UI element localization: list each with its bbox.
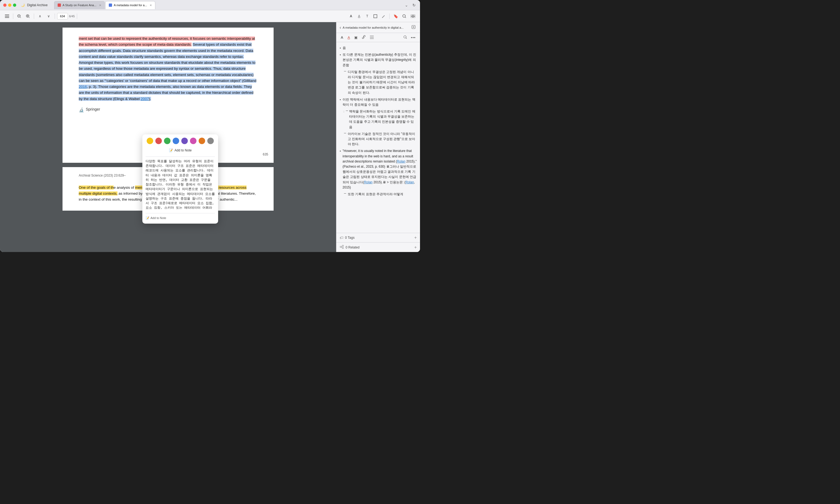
list-item: ● 음: [339, 46, 417, 51]
svg-rect-1: [5, 16, 9, 17]
next-page-btn[interactable]: ∨: [45, 13, 52, 20]
dash-icon: [344, 193, 346, 194]
toolbar: ∧ ∨ 634 6/45 A A T 🔖: [0, 10, 420, 22]
right-sidebar: ‹ A metadata model for authenticity in d…: [336, 22, 420, 252]
format-tools: A A T: [347, 13, 387, 20]
zoom-in-btn[interactable]: [24, 13, 32, 20]
tab2-favicon: [109, 3, 112, 7]
refresh-icon[interactable]: ↻: [412, 2, 417, 8]
sidebar-back-btn[interactable]: ‹: [339, 25, 341, 30]
tab-1[interactable]: A Study on Feature Ana... ✕: [54, 1, 105, 9]
pdf-link-2016[interactable]: 2016: [79, 85, 87, 89]
journal-ref: Archival Science (2023) 23:629–: [79, 174, 126, 177]
close-button[interactable]: [3, 3, 6, 7]
swatch-orange[interactable]: [199, 138, 205, 144]
svg-point-23: [404, 36, 406, 38]
tags-section: 🏷 0 Tags +: [336, 233, 420, 242]
tags-label: 0 Tags: [345, 236, 413, 239]
anno-more-btn[interactable]: •••: [410, 35, 417, 40]
anno-list-btn[interactable]: [369, 35, 375, 40]
related-icon: [339, 245, 344, 250]
traffic-lights: [3, 3, 16, 7]
pdf-highlighted-main: Several types of standards exist that ac…: [79, 42, 256, 83]
app-name: Digital Archive: [27, 3, 48, 7]
bookmark-btn[interactable]: 🔖: [392, 13, 399, 20]
add-tag-btn[interactable]: +: [414, 235, 417, 240]
svg-point-25: [340, 246, 342, 248]
bullet-icon: ●: [339, 47, 341, 50]
svg-line-5: [20, 17, 21, 18]
sidebar-content: ● 음 ● 또 다른 문제는 진본성(authenticity) 추정인데, 이…: [336, 42, 420, 233]
swatch-purple[interactable]: [181, 138, 188, 144]
svg-line-24: [406, 38, 407, 39]
list-item: ● 또 다른 문제는 진본성(authenticity) 추정인데, 이 진본성…: [339, 52, 417, 68]
tag-icon: 🏷: [339, 235, 344, 240]
item-text: 또한 기록의 표현은 주관적이라 어떻게: [348, 192, 403, 197]
pdf-page2-highlight-start: One of the goals of th: [79, 185, 113, 190]
chevron-down-icon[interactable]: ⌄: [404, 2, 409, 8]
text-tool-btn[interactable]: T: [364, 13, 371, 20]
shape-tool-btn[interactable]: [371, 13, 379, 20]
sidebar-header-btns: [410, 24, 417, 31]
swatch-red[interactable]: [155, 138, 162, 144]
pen-tool-btn[interactable]: [380, 13, 387, 20]
divider-5: [389, 14, 390, 19]
svg-rect-13: [411, 15, 413, 16]
svg-point-26: [342, 245, 344, 247]
swatch-blue[interactable]: [173, 138, 179, 144]
add-related-btn[interactable]: +: [414, 245, 417, 250]
pdf-text-after-link: , p. 3). Those categories are the metada…: [79, 85, 253, 101]
color-swatches: [145, 138, 215, 144]
app-window: 🌙 Digital Archive A Study on Feature Ana…: [0, 0, 420, 252]
prev-page-btn[interactable]: ∧: [36, 13, 44, 20]
divider-3: [55, 14, 55, 19]
tab-2[interactable]: A metadata model for a... ✕: [105, 1, 155, 9]
pdf-link-2007[interactable]: 2007: [141, 97, 149, 101]
tab1-close-icon[interactable]: ✕: [99, 4, 101, 7]
page-number-635: 635: [263, 152, 268, 157]
swatch-yellow[interactable]: [147, 138, 153, 144]
sidebar-anno-bar: A A ▣ •••: [336, 33, 420, 42]
view-toggle-btn[interactable]: [409, 13, 417, 20]
swatch-green[interactable]: [164, 138, 171, 144]
anno-search-btn[interactable]: [402, 35, 408, 40]
pdf-viewer[interactable]: ment set that can be used to represent t…: [0, 22, 336, 252]
add-to-note-label-top: Add to Note: [175, 148, 192, 153]
moon-icon: 🌙: [21, 3, 25, 7]
tab2-close-icon[interactable]: ✕: [150, 4, 152, 7]
font-size-btn[interactable]: A: [347, 13, 355, 20]
maximize-button[interactable]: [13, 3, 16, 7]
popup-footer[interactable]: 📝 Add to Note: [145, 216, 215, 220]
note-textarea[interactable]: 다양한 목표를 달성하는 여러 유형의 표준이 존재합니다. 데이터 구조 표준…: [145, 159, 215, 209]
anno-highlight-btn[interactable]: ▣: [353, 35, 358, 40]
popup-divider: [145, 157, 215, 157]
swatch-gray[interactable]: [207, 138, 214, 144]
zoom-out-btn[interactable]: [15, 13, 23, 20]
anno-link-btn[interactable]: [361, 35, 367, 40]
swatch-pink[interactable]: [190, 138, 196, 144]
anno-font-btn[interactable]: A: [339, 35, 344, 40]
svg-line-29: [342, 247, 342, 248]
anno-color-A-btn[interactable]: A: [346, 35, 351, 40]
page-number-input[interactable]: 634: [57, 13, 68, 19]
sidebar-export-icon[interactable]: [410, 24, 417, 31]
add-to-note-btn-top[interactable]: 📝 Add to Note: [145, 147, 215, 155]
minimize-button[interactable]: [8, 3, 11, 7]
bullet-icon: ●: [339, 53, 341, 57]
divider-4: [77, 14, 77, 19]
font-color-btn[interactable]: A: [355, 13, 363, 20]
search-btn[interactable]: [401, 13, 408, 20]
item-text: 또 다른 문제는 진본성(authenticity) 추정인데, 이 진본성은 …: [343, 52, 417, 68]
add-note-icon: 📝: [169, 148, 173, 153]
sidebar-toggle-btn[interactable]: [3, 13, 11, 20]
add-note-icon-footer: 📝: [145, 216, 150, 220]
item-text: 음: [343, 46, 346, 51]
related-label: 0 Related: [346, 246, 413, 249]
springer-microscope-icon: 🔬: [79, 107, 84, 112]
svg-rect-0: [5, 15, 9, 15]
item-text: 아카이브 기술은 정적인 것이 아니라 "유동적이고 진화하며 사회적으로 구성…: [348, 131, 417, 147]
related-section: 0 Related +: [336, 242, 420, 252]
page-total: 6/45: [69, 15, 75, 18]
sidebar-title: A metadata model for authenticity in dig…: [343, 26, 409, 29]
svg-rect-2: [5, 17, 9, 18]
